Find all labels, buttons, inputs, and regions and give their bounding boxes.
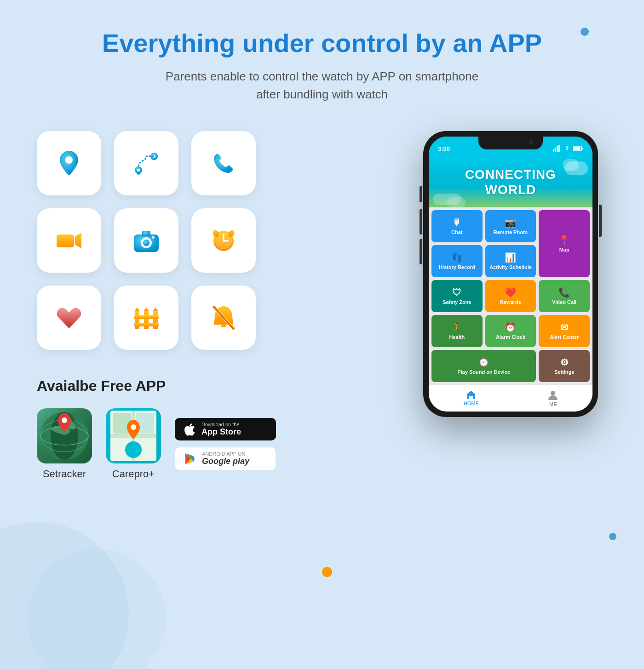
features-icon-grid [37, 131, 377, 350]
bell-off-icon-box [191, 286, 256, 350]
svg-rect-25 [134, 315, 159, 319]
status-time: 3:00 [438, 145, 450, 152]
svg-point-43 [131, 424, 136, 430]
app-banner: CONNECTINGWORLD [429, 157, 592, 207]
svg-point-2 [137, 169, 140, 172]
app-store-main-label: App Store [201, 427, 241, 437]
alert-center-button[interactable]: ✉ Alert Center [539, 315, 590, 347]
phone-call-icon-box [191, 131, 256, 195]
nav-home[interactable]: HOME [464, 390, 479, 407]
svg-point-44 [125, 441, 142, 458]
settings-button[interactable]: ⚙ Settings [539, 350, 590, 382]
carepro-icon [106, 408, 161, 463]
phone-screen: 3:00 [429, 137, 592, 412]
carepro-label: Carepro+ [112, 468, 155, 480]
location-pin-icon [53, 147, 85, 179]
svg-rect-50 [555, 148, 556, 152]
google-play-sub-label: ANDROID APP ON [202, 451, 249, 457]
app-store-button[interactable]: Download on the App Store [175, 418, 276, 440]
banner-title: CONNECTINGWORLD [465, 167, 556, 198]
setracker-illustration [37, 408, 92, 463]
remote-photo-button[interactable]: 📷 Remote Photo [485, 210, 536, 242]
power-button [420, 186, 422, 202]
wifi-icon [564, 146, 571, 151]
health-button[interactable]: 🚶 Health [431, 315, 483, 347]
heart-icon [53, 302, 85, 334]
svg-point-36 [62, 417, 67, 423]
rewards-button[interactable]: ❤️ Rewards [485, 280, 536, 312]
svg-marker-22 [144, 307, 149, 311]
route-map-icon [130, 147, 162, 179]
heart-icon-box [37, 286, 101, 350]
svg-rect-54 [581, 148, 583, 149]
apple-icon [183, 423, 196, 436]
video-camera-icon [53, 224, 85, 257]
page-header: Everything under control by an APP Paren… [37, 28, 607, 103]
map-button[interactable]: 📍 Map [539, 210, 590, 277]
chat-button[interactable]: 🎙 Chat [431, 210, 483, 242]
route-icon-box [114, 131, 178, 195]
nav-me[interactable]: ME [548, 390, 558, 407]
svg-point-11 [143, 240, 150, 246]
google-play-main-label: Google play [202, 457, 249, 466]
svg-point-0 [65, 156, 73, 164]
page-title: Everything under control by an APP [37, 28, 607, 58]
activity-schedule-button[interactable]: 📊 Activity Schedule [485, 245, 536, 277]
alarm-clock-icon-box [191, 208, 256, 273]
signal-icon [553, 145, 561, 152]
camera-icon [130, 224, 162, 257]
alarm-clock-icon [207, 224, 240, 257]
page-subtitle: Parents enable to control the watch by A… [37, 68, 607, 103]
setracker-label: Setracker [43, 468, 86, 480]
store-buttons-container: Download on the App Store [175, 418, 276, 470]
play-sound-button[interactable]: ⌚ Play Sound on Device [431, 350, 536, 382]
notch-camera [529, 140, 534, 145]
decorative-dot-orange [322, 567, 332, 577]
setracker-icon [37, 408, 92, 463]
svg-rect-26 [134, 323, 159, 326]
nav-home-label: HOME [464, 400, 479, 406]
carepro-wrapper: Carepro+ [106, 408, 161, 480]
history-record-button[interactable]: 👣 History Record [431, 245, 483, 277]
google-play-icon [184, 452, 196, 465]
right-button [599, 205, 602, 237]
svg-point-12 [152, 236, 155, 239]
svg-rect-51 [557, 146, 558, 152]
me-nav-icon [548, 390, 558, 400]
camera-icon-box [114, 208, 178, 273]
available-apps-title: Avaialbe Free APP [37, 377, 377, 395]
phone-wrapper: 3:00 [423, 131, 598, 417]
svg-rect-9 [142, 231, 150, 236]
fence-icon-box [114, 286, 178, 350]
bell-off-icon [207, 302, 240, 334]
setracker-wrapper: Setracker [37, 408, 92, 480]
volume-up-button [420, 209, 422, 234]
google-play-text: ANDROID APP ON Google play [202, 451, 249, 466]
app-grid: 🎙 Chat 📷 Remote Photo 📍 Map [429, 207, 592, 385]
fence-icon [130, 302, 162, 334]
svg-marker-7 [75, 233, 81, 248]
svg-point-56 [551, 391, 555, 395]
carepro-illustration [106, 408, 161, 463]
safety-zone-button[interactable]: 🛡 Safety Zone [431, 280, 483, 312]
svg-rect-27 [221, 325, 226, 327]
cloud-2 [563, 159, 579, 171]
app-store-text: Download on the App Store [201, 422, 241, 437]
phone-section: 3:00 [414, 131, 607, 417]
decorative-dot-2 [609, 533, 616, 540]
google-play-button[interactable]: ANDROID APP ON Google play [175, 447, 276, 470]
home-nav-icon [466, 390, 476, 399]
location-icon-box [37, 131, 101, 195]
available-apps-section: Avaialbe Free APP [37, 377, 377, 480]
svg-rect-55 [574, 147, 581, 150]
notch-speaker [499, 140, 522, 146]
bottom-nav: HOME ME [429, 385, 592, 412]
alarm-clock-button[interactable]: ⏰ Alarm Clock [485, 315, 536, 347]
nav-me-label: ME [549, 401, 557, 407]
video-call-button[interactable]: 📞 Video Call [539, 280, 590, 312]
svg-rect-6 [57, 234, 74, 247]
svg-marker-24 [153, 307, 158, 311]
phone-frame: 3:00 [423, 131, 598, 417]
status-icons [553, 145, 583, 152]
cloud-4 [447, 197, 466, 207]
